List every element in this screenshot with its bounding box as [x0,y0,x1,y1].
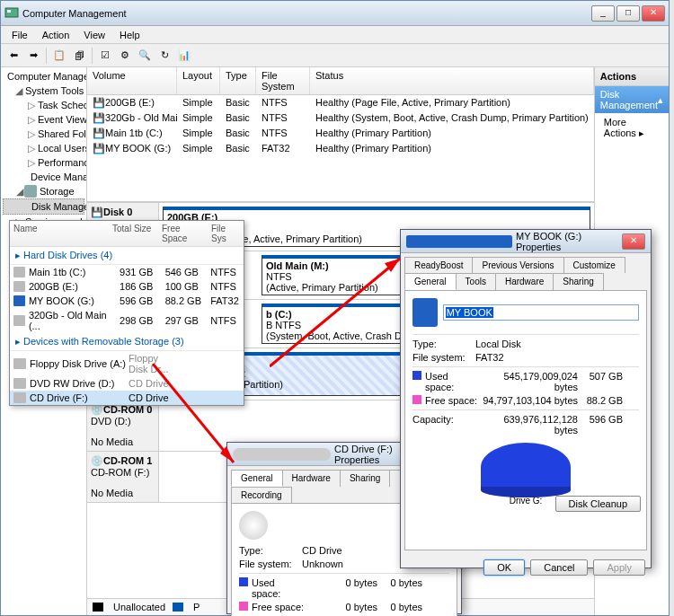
used-swatch [239,577,248,586]
tab-prevversions[interactable]: Previous Versions [472,257,563,273]
tree-item[interactable]: ▷Shared Folders [3,127,84,141]
maximize-button[interactable]: □ [616,5,640,22]
tool-icon[interactable]: 🗐 [70,47,88,65]
volume-list[interactable]: Volume Layout Type File System Status 💾2… [87,67,594,202]
menubar: File Action View Help [1,26,669,44]
forward-button[interactable]: ➡ [24,47,42,65]
tree-item[interactable]: ▷Task Scheduler [3,98,84,112]
refresh-icon[interactable]: ↻ [155,47,173,65]
tab-general[interactable]: General [404,273,457,290]
minimize-button[interactable]: _ [591,5,615,22]
actions-disk-mgmt[interactable]: Disk Management▴ [595,86,669,113]
tab-recording[interactable]: Recording [231,487,292,503]
tool-icon[interactable]: ☑ [96,47,114,65]
menu-file[interactable]: File [4,28,35,42]
close-button[interactable]: ✕ [642,5,665,22]
tab-readyboost[interactable]: ReadyBoost [404,257,473,273]
toolbar: ⬅ ➡ 📋 🗐 ☑ ⚙ 🔍 ↻ 📊 [1,44,669,67]
drives-header[interactable]: Name Total Size Free Space File Sys [10,221,244,247]
tab-sharing[interactable]: Sharing [340,470,390,487]
tab-hardware[interactable]: Hardware [282,470,341,487]
drives-group-hdd[interactable]: ▸ Hard Disk Drives (4) [10,247,244,265]
window-title: Computer Management [22,8,591,19]
tab-hardware[interactable]: Hardware [495,273,554,290]
actions-header: Actions [595,67,669,86]
tab-tools[interactable]: Tools [456,273,496,290]
cancel-button[interactable]: Cancel [530,559,588,576]
menu-help[interactable]: Help [112,28,147,42]
drive-icon [412,298,438,327]
drives-explorer-popup[interactable]: Name Total Size Free Space File Sys ▸ Ha… [9,220,244,406]
tree-root[interactable]: Computer Management (Local [3,69,84,84]
tool-icon[interactable]: 📋 [50,47,68,65]
tree-item[interactable]: ▷Local Users and Groups [3,141,84,155]
volume-row[interactable]: 💾MY BOOK (G:)SimpleBasicFAT32Healthy (Pr… [87,141,594,156]
drive-row[interactable]: DVD RW Drive (D:)CD Drive [10,376,244,391]
tree-storage[interactable]: ◢Storage [3,184,84,198]
free-swatch [412,395,421,404]
tool-icon[interactable]: 📊 [175,47,193,65]
close-button[interactable]: ✕ [622,233,645,250]
cd-icon [239,511,268,540]
titlebar[interactable]: Computer Management _ □ ✕ [1,1,669,26]
apply-button[interactable]: Apply [593,559,645,576]
menu-view[interactable]: View [76,28,112,42]
tree-item[interactable]: ▷Performance [3,155,84,170]
drive-row[interactable]: 320Gb - Old Main (...298 GB297 GBNTFS [10,308,244,333]
actions-more[interactable]: More Actions ▸ [595,113,669,143]
tree-item[interactable]: ▷Event Viewer [3,112,84,127]
tab-sharing[interactable]: Sharing [553,273,603,290]
drive-row[interactable]: 200GB (E:)186 GB100 GBNTFS [10,279,244,294]
dialog-titlebar[interactable]: MY BOOK (G:) Properties ✕ [401,230,651,253]
volume-name-input[interactable]: MY BOOK [443,304,639,321]
col-volume[interactable]: Volume [87,67,177,94]
free-swatch [239,602,248,611]
svg-rect-1 [7,10,11,13]
drive-row[interactable]: Floppy Disk Drive (A:)Floppy Disk Dr... [10,351,244,376]
drive-row[interactable]: Main 1tb (C:)931 GB546 GBNTFS [10,265,244,279]
col-type[interactable]: Type [220,67,256,94]
used-swatch [412,371,421,380]
ok-button[interactable]: OK [483,559,525,576]
volume-row[interactable]: 💾320Gb - Old Main ...SimpleBasicNTFSHeal… [87,110,594,126]
col-status[interactable]: Status [310,67,594,94]
volume-header[interactable]: Volume Layout Type File System Status [87,67,594,95]
disk-cleanup-button[interactable]: Disk Cleanup [555,496,641,512]
col-fs[interactable]: File System [256,67,310,94]
tree-system-tools[interactable]: ◢System Tools [3,84,84,98]
drive-row-selected[interactable]: CD Drive (F:)CD Drive [10,391,244,405]
drive-row[interactable]: MY BOOK (G:)596 GB88.2 GBFAT32 [10,294,244,308]
menu-action[interactable]: Action [35,28,77,42]
tool-icon[interactable]: ⚙ [116,47,134,65]
drive-icon [406,235,512,248]
tab-general[interactable]: General [231,470,283,487]
col-layout[interactable]: Layout [177,67,220,94]
tab-customize[interactable]: Customize [563,257,625,273]
volume-row[interactable]: 💾200GB (E:)SimpleBasicNTFSHealthy (Page … [87,95,594,110]
volume-row[interactable]: 💾Main 1tb (C:)SimpleBasicNTFSHealthy (Pr… [87,126,594,141]
tree-disk-management[interactable]: Disk Management [3,198,84,215]
app-icon [4,6,19,21]
usage-pie-chart [481,443,571,492]
back-button[interactable]: ⬅ [4,47,22,65]
tree-item[interactable]: Device Manager [3,170,84,184]
drives-group-removable[interactable]: ▸ Devices with Removable Storage (3) [10,333,244,351]
cd-icon [233,448,331,461]
tool-icon[interactable]: 🔍 [136,47,154,65]
mybook-properties-dialog[interactable]: MY BOOK (G:) Properties ✕ ReadyBoost Pre… [400,229,652,568]
chevron-up-icon: ▴ [658,94,663,106]
